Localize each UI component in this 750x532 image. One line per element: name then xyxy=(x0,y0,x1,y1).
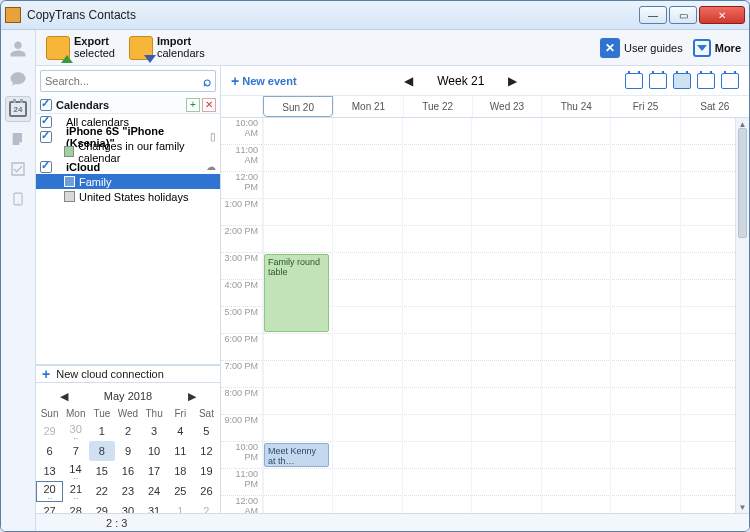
view-day-button[interactable] xyxy=(625,73,643,89)
tasks-nav-icon[interactable] xyxy=(5,156,31,182)
minical-prev[interactable]: ◀ xyxy=(60,390,68,403)
day-column-header[interactable]: Mon 21 xyxy=(333,96,402,117)
calendar-pane: New event ◀ Week 21 ▶ xyxy=(221,66,749,513)
minical-day[interactable]: 7 xyxy=(63,441,89,461)
tree-header-checkbox[interactable] xyxy=(40,99,52,111)
day-column-header[interactable]: Sat 26 xyxy=(680,96,749,117)
minical-day[interactable]: 2 xyxy=(115,421,141,441)
day-column-header[interactable]: Sun 20 xyxy=(263,96,333,117)
schedule-grid[interactable]: 10:00 AM11:00 AM12:00 PM1:00 PM2:00 PM3:… xyxy=(221,118,749,513)
vertical-scrollbar[interactable]: ▲ ▼ xyxy=(735,118,749,513)
view-workweek-button[interactable] xyxy=(649,73,667,89)
tree-calendar-family-changes[interactable]: Changes in our family calendar xyxy=(36,144,220,159)
minical-day[interactable]: 22 xyxy=(89,481,115,501)
minical-day[interactable]: 30 xyxy=(115,501,141,513)
new-event-button[interactable]: New event xyxy=(231,73,297,89)
minical-day[interactable]: 25 xyxy=(167,481,193,501)
day-column-header[interactable]: Wed 23 xyxy=(472,96,541,117)
hour-label: 5:00 PM xyxy=(221,307,262,334)
user-guides-button[interactable]: User guides xyxy=(600,38,683,58)
left-nav: 24 xyxy=(1,30,36,531)
day-column-header[interactable]: Thu 24 xyxy=(541,96,610,117)
day-column-header[interactable]: Fri 25 xyxy=(610,96,679,117)
notes-nav-icon[interactable] xyxy=(5,126,31,152)
minical-day[interactable]: 31 xyxy=(141,501,167,513)
all-calendars-checkbox[interactable] xyxy=(40,116,52,128)
minical-day[interactable]: 1 xyxy=(167,501,193,513)
minical-day[interactable]: 12 xyxy=(193,441,219,461)
calendar-event[interactable]: Meet Kenny at th… xyxy=(264,443,329,467)
import-calendars-button[interactable]: Importcalendars xyxy=(127,34,207,62)
view-month-button[interactable] xyxy=(697,73,715,89)
minimize-button[interactable]: — xyxy=(639,6,667,24)
minical-day[interactable]: 17 xyxy=(141,461,167,481)
minical-day[interactable]: 26 xyxy=(193,481,219,501)
minical-day[interactable]: 4 xyxy=(167,421,193,441)
search-input[interactable] xyxy=(45,75,203,87)
minical-day[interactable]: 3 xyxy=(141,421,167,441)
minical-day[interactable]: 20 xyxy=(37,481,63,501)
minical-day[interactable]: 23 xyxy=(115,481,141,501)
close-button[interactable]: ✕ xyxy=(699,6,745,24)
icloud-checkbox[interactable] xyxy=(40,161,52,173)
minical-day[interactable]: 18 xyxy=(167,461,193,481)
hour-label: 2:00 PM xyxy=(221,226,262,253)
add-calendar-icon[interactable]: + xyxy=(186,98,200,112)
svg-point-1 xyxy=(17,203,18,204)
minical-day[interactable]: 8 xyxy=(89,441,115,461)
view-week-button[interactable] xyxy=(673,73,691,89)
delete-calendar-icon[interactable]: ✕ xyxy=(202,98,216,112)
hour-label: 12:00 PM xyxy=(221,172,262,199)
messages-nav-icon[interactable] xyxy=(5,66,31,92)
view-list-button[interactable] xyxy=(721,73,739,89)
minical-day[interactable]: 24 xyxy=(141,481,167,501)
minical-day[interactable]: 9 xyxy=(115,441,141,461)
minical-day[interactable]: 21 xyxy=(63,481,89,501)
minical-day[interactable]: 16 xyxy=(115,461,141,481)
minical-day[interactable]: 15 xyxy=(89,461,115,481)
tree-calendar-family[interactable]: Family xyxy=(36,174,220,189)
minical-day[interactable]: 11 xyxy=(167,441,193,461)
day-header: Sun 20Mon 21Tue 22Wed 23Thu 24Fri 25Sat … xyxy=(221,96,749,118)
titlebar[interactable]: CopyTrans Contacts — ▭ ✕ xyxy=(1,1,749,29)
hour-label: 1:00 PM xyxy=(221,199,262,226)
hour-label: 8:00 PM xyxy=(221,388,262,415)
more-button[interactable]: More xyxy=(693,39,741,57)
export-selected-button[interactable]: Exportselected xyxy=(44,34,117,62)
minical-dow: Mon xyxy=(63,405,89,421)
iphone-checkbox[interactable] xyxy=(40,131,52,143)
color-swatch-blue xyxy=(64,176,75,187)
contacts-nav-icon[interactable] xyxy=(5,36,31,62)
calendar-nav-icon[interactable]: 24 xyxy=(5,96,31,122)
tree-calendar-holidays[interactable]: United States holidays xyxy=(36,189,220,204)
app-icon xyxy=(5,7,21,23)
minical-next[interactable]: ▶ xyxy=(188,390,196,403)
toolbar: Exportselected Importcalendars User guid… xyxy=(36,30,749,66)
new-cloud-connection-button[interactable]: + New cloud connection xyxy=(36,365,220,383)
calendar-event[interactable]: Family round table xyxy=(264,254,329,332)
device-nav-icon[interactable] xyxy=(5,186,31,212)
minical-grid[interactable]: SunMonTueWedThuFriSat 293012345678910111… xyxy=(36,405,220,513)
minical-day[interactable]: 14 xyxy=(63,461,89,481)
scroll-thumb[interactable] xyxy=(738,128,747,238)
minical-day[interactable]: 29 xyxy=(89,501,115,513)
minical-day[interactable]: 13 xyxy=(37,461,63,481)
minical-day[interactable]: 19 xyxy=(193,461,219,481)
minical-day[interactable]: 30 xyxy=(63,421,89,441)
day-column-header[interactable]: Tue 22 xyxy=(403,96,472,117)
minical-day[interactable]: 5 xyxy=(193,421,219,441)
week-prev[interactable]: ◀ xyxy=(404,74,413,88)
maximize-button[interactable]: ▭ xyxy=(669,6,697,24)
search-field[interactable]: ⌕ xyxy=(40,70,216,92)
hour-label: 11:00 PM xyxy=(221,469,262,496)
scroll-down-icon[interactable]: ▼ xyxy=(736,501,749,513)
minical-day[interactable]: 1 xyxy=(89,421,115,441)
minical-day[interactable]: 28 xyxy=(63,501,89,513)
minical-day[interactable]: 29 xyxy=(37,421,63,441)
minical-day[interactable]: 6 xyxy=(37,441,63,461)
minical-day[interactable]: 27 xyxy=(37,501,63,513)
search-icon[interactable]: ⌕ xyxy=(203,73,211,89)
week-next[interactable]: ▶ xyxy=(508,74,517,88)
minical-day[interactable]: 2 xyxy=(193,501,219,513)
minical-day[interactable]: 10 xyxy=(141,441,167,461)
